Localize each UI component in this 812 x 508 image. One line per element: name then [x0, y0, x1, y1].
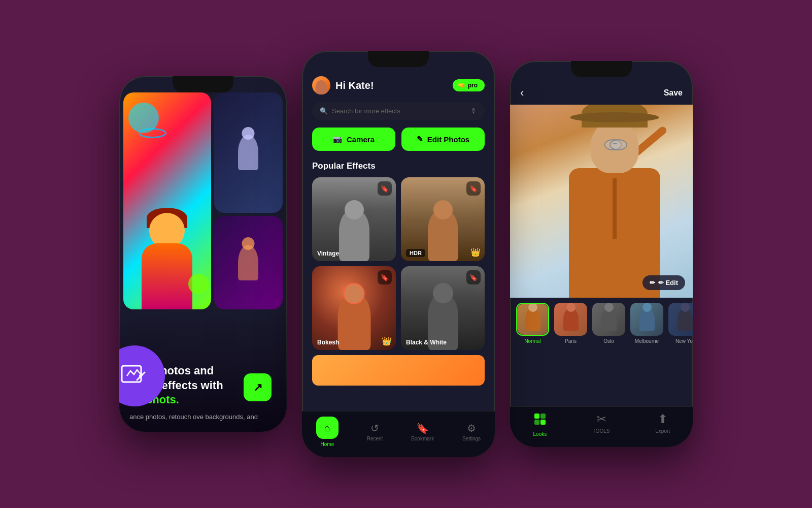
partial-effect	[312, 355, 485, 386]
camera-button[interactable]: 📷 Camera	[312, 128, 395, 151]
nav-recent-label: Recent	[367, 436, 383, 441]
badge-icon	[119, 361, 150, 391]
tool-looks[interactable]: Looks	[533, 412, 547, 437]
glass-right	[610, 139, 627, 150]
color-splash-1	[128, 103, 159, 133]
woman-figure	[549, 110, 681, 298]
bokeh-bookmark[interactable]: 🔖	[378, 270, 392, 284]
edit-photos-button[interactable]: ✎ Edit Photos	[401, 128, 485, 151]
home-icon: ⌂	[324, 422, 330, 434]
paris-img	[554, 303, 587, 336]
hat-brim	[570, 112, 659, 122]
hdr-label: HDR	[406, 249, 425, 257]
filter-normal-thumb	[516, 303, 549, 336]
nose-bridge	[613, 143, 617, 144]
bottom-right-cell	[214, 216, 283, 310]
oslo-img	[592, 303, 625, 336]
small-person-2	[238, 245, 258, 280]
small-head-2	[242, 237, 255, 250]
phone-3-screen: ‹ Save	[510, 61, 693, 447]
filter-paris[interactable]: Paris	[554, 303, 587, 344]
filter-normal-label: Normal	[524, 338, 540, 344]
phone-3: ‹ Save	[510, 61, 693, 447]
nav-settings-label: Settings	[462, 436, 481, 441]
hdr-crown: 👑	[470, 247, 481, 257]
tools-icon: ✂	[596, 412, 606, 426]
pro-icon: 🤜	[458, 82, 465, 89]
user-avatar	[312, 76, 330, 94]
effects-grid: 🔖 Vintage 🔖 HDR	[302, 177, 495, 350]
effect-bokeh[interactable]: 🔖 Bokesh 👑	[312, 266, 396, 350]
phone3-bottom-nav: Looks ✂ TOOLS ⬆ Export	[510, 406, 693, 447]
nav-home-label: Home	[321, 441, 334, 447]
phone2-header: Hi Kate! 🤜 pro	[302, 51, 495, 102]
nyf-figure	[678, 308, 693, 331]
effect-vintage[interactable]: 🔖 Vintage	[312, 177, 396, 261]
arrow-button[interactable]: ↗	[244, 373, 272, 401]
vintage-label: Vintage	[317, 250, 339, 257]
vintage-bookmark[interactable]: 🔖	[378, 181, 392, 196]
phone1-subtext: ance photos, retouch ove backgrounds, an…	[129, 412, 277, 422]
effect-hdr[interactable]: 🔖 HDR 👑	[401, 177, 485, 261]
tool-tools[interactable]: ✂ TOOLS	[593, 412, 610, 434]
nav-home[interactable]: ⌂ Home	[316, 417, 339, 447]
svg-rect-4	[534, 420, 539, 425]
edit-label: ✏ Edit	[658, 279, 678, 287]
small-person-1	[238, 135, 258, 170]
phone-1-screen: Edit photos and apply effects with Pixsh…	[119, 76, 287, 432]
edit-photos-label: Edit Photos	[427, 135, 469, 144]
looks-label: Looks	[533, 431, 547, 437]
art-body	[142, 243, 192, 309]
edit-icon: ✏	[650, 279, 655, 287]
phones-container: Edit photos and apply effects with Pixsh…	[25, 51, 787, 457]
looks-icon	[533, 412, 547, 429]
filter-paris-thumb	[554, 303, 587, 336]
face	[591, 120, 639, 173]
vintage-figure	[339, 210, 369, 261]
tool-export[interactable]: ⬆ Export	[655, 412, 670, 434]
camera-label: Camera	[347, 135, 375, 144]
phone-2: Hi Kate! 🤜 pro 🔍 Search for more effects…	[302, 51, 495, 457]
camera-icon: 📷	[333, 135, 343, 144]
bw-head	[433, 283, 453, 303]
pro-badge[interactable]: 🤜 pro	[453, 79, 485, 91]
nav-recent[interactable]: ↺ Recent	[367, 422, 383, 441]
vintage-head	[345, 200, 364, 219]
illustration-grid	[123, 92, 283, 311]
filter-newyork-label: New Yor	[675, 338, 693, 344]
filter-normal[interactable]: Normal	[516, 303, 549, 344]
recent-icon: ↺	[370, 422, 379, 434]
filters-row: Normal Paris	[510, 303, 693, 344]
search-icon: 🔍	[320, 107, 328, 115]
hdr-bookmark[interactable]: 🔖	[466, 181, 481, 196]
main-photo: ✏ ✏ Edit	[510, 105, 693, 298]
edit-chip[interactable]: ✏ ✏ Edit	[642, 275, 685, 290]
bottom-nav: ⌂ Home ↺ Recent 🔖 Bookmark ⚙ Setting	[302, 411, 495, 457]
melbourne-img	[630, 303, 663, 336]
nyf-head	[681, 303, 690, 312]
filter-newyork[interactable]: New Yor	[668, 303, 693, 344]
back-button[interactable]: ‹	[520, 86, 524, 100]
filter-melbourne-thumb	[630, 303, 663, 336]
of-head	[604, 303, 614, 312]
filter-oslo[interactable]: Oslo	[592, 303, 625, 344]
bw-bookmark[interactable]: 🔖	[466, 270, 481, 284]
save-button[interactable]: Save	[664, 88, 683, 98]
svg-rect-2	[534, 414, 539, 419]
nav-settings[interactable]: ⚙ Settings	[462, 422, 481, 441]
tools-label: TOOLS	[593, 428, 610, 434]
bw-label: Black & White	[406, 339, 447, 346]
phone-3-bg: ‹ Save	[510, 61, 693, 349]
effect-bw[interactable]: 🔖 Black & White	[401, 266, 485, 350]
filter-oslo-thumb	[592, 303, 625, 336]
filters-section: Normal Paris	[510, 298, 693, 349]
hdr-head	[433, 200, 453, 219]
search-bar[interactable]: 🔍 Search for more effects 🎙	[312, 102, 485, 120]
phone-1: Edit photos and apply effects with Pixsh…	[119, 76, 287, 432]
nav-bookmark[interactable]: 🔖 Bookmark	[411, 422, 434, 441]
bokeh-figure	[337, 294, 370, 350]
settings-icon: ⚙	[467, 422, 476, 434]
art-person	[137, 208, 197, 309]
filter-melbourne[interactable]: Melbourne	[630, 303, 663, 344]
nav-home-bg: ⌂	[316, 417, 339, 439]
